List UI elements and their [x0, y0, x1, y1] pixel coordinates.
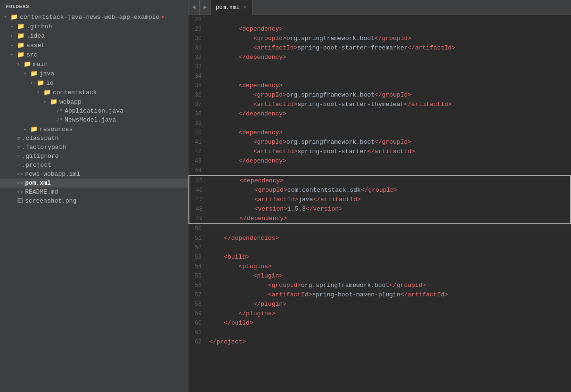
xml-tag: </groupId> [375, 35, 411, 42]
tree-item-gitignore[interactable]: ≡.gitignore [0, 152, 188, 161]
tree-item-label: .factorypath [22, 144, 66, 151]
line-content [207, 15, 571, 24]
folder-icon: 📁 [10, 13, 18, 21]
tree-item-factorypath[interactable]: ≡.factorypath [0, 143, 188, 152]
tree-item-application[interactable]: /*Application.java [0, 106, 188, 115]
tree-item-readme[interactable]: <>README.md [0, 188, 188, 196]
tree-item-asset[interactable]: ▸📁asset [0, 41, 188, 50]
tree-item-pomxml[interactable]: <>pom.xml [0, 179, 188, 188]
line-number: 40 [188, 128, 207, 138]
tree-item-label: contentstack-java-news-web-app-example [20, 14, 159, 21]
line-number: 42 [188, 147, 207, 156]
tab-close-button[interactable]: × [242, 4, 247, 11]
xml-tag: <dependency> [238, 25, 283, 33]
line-content: <groupId>org.springframework.boot</group… [207, 90, 571, 100]
xml-tag: </dependency> [238, 110, 286, 117]
folder-arrow: ▾ [43, 99, 50, 105]
folder-icon: 📁 [43, 89, 51, 96]
tree-item-resources[interactable]: ▸📁resources [0, 124, 188, 134]
line-number: 28 [188, 15, 207, 24]
tab-pom-xml[interactable]: pom.xml × [211, 0, 253, 15]
tree-item-io[interactable]: ▾📁io [0, 78, 188, 88]
tree-item-label: main [33, 61, 48, 68]
code-line: 42 <artifactId>spring-boot-starter</arti… [188, 147, 571, 156]
code-line: 32 </dependency> [188, 53, 571, 62]
line-content: <dependency> [207, 24, 571, 34]
code-line: 44 [188, 166, 571, 175]
xml-tag: <artifactId> [268, 291, 312, 298]
code-line: 38 </dependency> [188, 109, 571, 119]
xml-tag: <version> [254, 205, 287, 212]
code-line: 62</project> [188, 337, 571, 347]
modified-dot: ● [161, 15, 164, 20]
line-number: 30 [188, 34, 207, 43]
line-content: <groupId>com.contentstack.sdk</groupId> [208, 186, 570, 195]
tree-item-classpath[interactable]: ≡.classpath [0, 134, 188, 143]
tree-item-idea[interactable]: ▸📁.idea [0, 31, 188, 41]
line-number: 62 [188, 337, 207, 347]
line-content: <artifactId>spring-boot-maven-plugin</ar… [207, 290, 571, 300]
line-content: <artifactId>java</artifactId> [208, 195, 570, 204]
tree-item-main[interactable]: ▾📁main [0, 59, 188, 69]
java-icon: /* [57, 117, 63, 123]
nav-prev-button[interactable]: ◄ [188, 0, 200, 15]
tree-item-newsmodel[interactable]: /*NewsModel.java [0, 115, 188, 124]
line-content: <build> [207, 253, 571, 262]
xml-tag: </project> [209, 338, 246, 345]
line-number: 54 [188, 262, 207, 271]
tree-item-root[interactable]: ▾📁contentstack-java-news-web-app-example… [0, 12, 188, 22]
tree-item-screenshot[interactable]: 🖼screenshot.png [0, 196, 188, 205]
tree-item-java[interactable]: ▾📁java [0, 69, 188, 78]
tree-item-github[interactable]: ▸📁.github [0, 22, 188, 31]
folder-icon: 📁 [30, 125, 38, 133]
nav-next-button[interactable]: ► [200, 0, 211, 15]
line-number: 56 [188, 281, 207, 290]
line-number: 33 [188, 62, 207, 72]
xml-tag: <artifactId> [253, 44, 298, 51]
tree-item-contentstack[interactable]: ▾📁contentstack [0, 88, 188, 97]
code-lines: 28 29 <dependency>30 <groupId>org.spring… [188, 15, 571, 347]
line-number: 41 [188, 138, 207, 147]
line-content: <artifactId>spring-boot-starter-freemark… [207, 43, 571, 53]
folder-icon: 📁 [17, 51, 24, 58]
code-line: 28 [188, 15, 571, 24]
line-content [207, 224, 571, 234]
xml-tag: <artifactId> [253, 148, 298, 155]
xml-tag: </version> [306, 205, 343, 212]
xml-tag: </dependency> [238, 157, 286, 164]
line-number: 61 [188, 328, 207, 337]
line-content [207, 166, 571, 175]
line-content: </dependency> [207, 53, 571, 62]
xml-tag: <plugins> [238, 263, 271, 270]
folder-arrow: ▸ [10, 33, 17, 39]
tree-item-label: Application.java [65, 107, 123, 114]
tree-item-newsweb[interactable]: <>news-webapp.iml [0, 170, 188, 179]
tree-item-src[interactable]: ▾📁src [0, 50, 188, 59]
code-line: 57 <artifactId>spring-boot-maven-plugin<… [188, 290, 571, 300]
tree-item-label: .classpath [22, 135, 59, 142]
code-line: 53 <build> [188, 253, 571, 262]
code-line: 48 <version>1.5.3</version> [188, 204, 571, 214]
tree-item-label: .github [26, 23, 52, 30]
line-number: 43 [188, 156, 207, 166]
xml-tag: <groupId> [254, 187, 287, 194]
line-number: 52 [188, 243, 207, 253]
line-number: 58 [188, 300, 207, 309]
folder-arrow: ▾ [10, 52, 17, 57]
code-line: 40 <dependency> [188, 128, 571, 138]
tree-item-project[interactable]: ≡.project [0, 161, 188, 170]
line-number: 45 [189, 176, 208, 186]
line-number: 35 [188, 81, 207, 90]
code-line: 52 [188, 243, 571, 253]
code-line: 30 <groupId>org.springframework.boot</gr… [188, 34, 571, 43]
line-content: <groupId>org.springframework.boot</group… [207, 281, 571, 290]
tree-item-webapp[interactable]: ▾📁webapp [0, 97, 188, 106]
code-editor[interactable]: 28 29 <dependency>30 <groupId>org.spring… [188, 15, 571, 392]
line-content: <groupId>org.springframework.boot</group… [207, 138, 571, 147]
java-icon: /* [57, 108, 63, 114]
line-content: <groupId>org.springframework.boot</group… [207, 34, 571, 43]
line-content [207, 328, 571, 337]
tree-item-label: io [46, 80, 54, 87]
code-line: 37 <artifactId>spring-boot-starter-thyme… [188, 100, 571, 109]
line-number: 37 [188, 100, 207, 109]
